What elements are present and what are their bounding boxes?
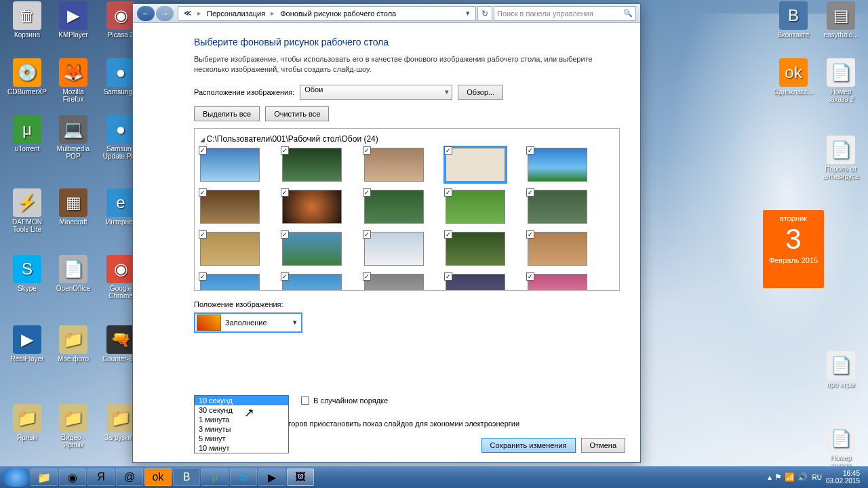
desktop-icon[interactable]: 📁Видео - Ярлык [53, 404, 94, 449]
desktop-icon[interactable]: SSkype [7, 255, 47, 292]
wallpaper-thumbnail[interactable]: ✓ [364, 190, 437, 224]
thumbnail-checkbox[interactable]: ✓ [281, 230, 289, 239]
desktop-icon[interactable]: 📄Пороль от антивируса [821, 136, 861, 180]
wallpaper-thumbnail[interactable]: ✓ [528, 148, 600, 182]
wallpaper-thumbnail[interactable]: ✓ [200, 148, 273, 182]
desktop-icon[interactable]: μuTorrent [7, 115, 47, 152]
thumbnail-checkbox[interactable]: ✓ [526, 188, 534, 197]
desktop-icon[interactable]: 🦊Mozilla Firefox [53, 58, 94, 103]
breadcrumb-overflow-icon[interactable]: ≪ [181, 9, 195, 18]
wallpaper-thumbnail[interactable]: ✓ [446, 148, 518, 182]
thumbnail-checkbox[interactable]: ✓ [363, 230, 371, 239]
tray-lang[interactable]: RU [812, 474, 821, 481]
thumbnail-checkbox[interactable]: ✓ [281, 188, 289, 197]
interval-option[interactable]: 5 минут [195, 434, 288, 443]
thumbnail-checkbox[interactable]: ✓ [199, 230, 207, 239]
thumbnail-checkbox[interactable]: ✓ [199, 146, 207, 155]
thumbnail-checkbox[interactable]: ✓ [281, 146, 289, 155]
breadcrumb-page[interactable]: Фоновый рисунок рабочего стола [277, 9, 399, 18]
interval-dropdown-list[interactable]: 10 секунд30 секунд1 минута3 минуты5 мину… [194, 395, 289, 453]
wallpaper-thumbnail[interactable]: ✓ [446, 232, 518, 266]
thumbnail-checkbox[interactable]: ✓ [444, 188, 452, 197]
desktop-icon[interactable]: 💿CDBurnerXP [7, 58, 47, 96]
location-combo[interactable]: Обои [300, 85, 452, 100]
tray-date[interactable]: 03.02.2015 [826, 477, 860, 485]
desktop-icon[interactable]: ▤easythalo... [821, 1, 861, 39]
task-skype[interactable]: S [230, 468, 257, 486]
task-explorer[interactable]: 📁 [31, 468, 58, 486]
wallpaper-thumbnail[interactable]: ✓ [364, 148, 437, 182]
select-all-button[interactable]: Выделить все [194, 106, 260, 121]
thumbnail-checkbox[interactable]: ✓ [444, 146, 452, 155]
thumbnail-checkbox[interactable]: ✓ [199, 188, 207, 197]
back-button[interactable]: ← [137, 6, 155, 21]
thumbnail-checkbox[interactable]: ✓ [526, 146, 534, 155]
desktop-icon[interactable]: 📁Ярлык [7, 404, 47, 441]
wallpaper-thumbnail[interactable]: ✓ [364, 232, 437, 266]
desktop-icon[interactable]: 💻Multimedia POP [53, 115, 94, 160]
thumbnail-checkbox[interactable]: ✓ [199, 272, 207, 281]
tray-show-hidden-icon[interactable]: ▴ [768, 472, 772, 482]
tray-network-icon[interactable]: 📶 [785, 472, 795, 482]
desktop-icon[interactable]: 📄про игры [821, 351, 861, 388]
refresh-button[interactable]: ↻ [477, 6, 492, 21]
wallpaper-gallery[interactable]: C:\Пользователи\001\Рабочий стол\Обои (2… [194, 128, 620, 291]
wallpaper-thumbnail[interactable]: ✓ [446, 274, 518, 291]
thumbnail-checkbox[interactable]: ✓ [526, 230, 534, 239]
desktop-icon[interactable]: BВконтакте [773, 1, 814, 39]
desktop-icon[interactable]: ▶RealPlayer [7, 325, 47, 363]
position-combo[interactable]: Заполнение [194, 312, 302, 333]
tray-time[interactable]: 16:45 [826, 470, 860, 477]
wallpaper-thumbnail[interactable]: ✓ [282, 148, 355, 182]
interval-option[interactable]: 10 минут [195, 443, 288, 453]
desktop-icon[interactable]: 🗑Корзина [7, 1, 47, 39]
task-odnoklassniki[interactable]: ok [144, 468, 172, 486]
interval-option[interactable]: 10 секунд [195, 396, 288, 405]
task-chrome[interactable]: ◉ [59, 468, 86, 486]
wallpaper-thumbnail[interactable]: ✓ [528, 232, 600, 266]
tray-flag-icon[interactable]: ⚑ [774, 472, 782, 482]
taskbar[interactable]: 📁 ◉ Я @ ok B μ S ▶ 🖼 ▴ ⚑ 📶 🔊 RU 16:45 03… [0, 466, 868, 488]
wallpaper-thumbnail[interactable]: ✓ [282, 190, 355, 224]
wallpaper-thumbnail[interactable]: ✓ [200, 190, 273, 224]
desktop-icon[interactable]: 📄Номер заказа [821, 424, 861, 469]
task-vk[interactable]: B [173, 468, 200, 486]
desktop-icon[interactable]: 📄Номер заказа 2 [821, 58, 861, 103]
clear-all-button[interactable]: Очистить все [265, 106, 329, 121]
start-button[interactable] [3, 468, 30, 487]
thumbnail-checkbox[interactable]: ✓ [363, 272, 371, 281]
thumbnail-checkbox[interactable]: ✓ [281, 272, 289, 281]
thumbnail-checkbox[interactable]: ✓ [444, 272, 452, 281]
breadcrumb-root[interactable]: Персонализация [204, 9, 268, 18]
thumbnail-checkbox[interactable]: ✓ [363, 188, 371, 197]
interval-option[interactable]: 3 минуты [195, 424, 288, 434]
breadcrumb-dropdown-icon[interactable]: ▾ [463, 9, 473, 18]
tray-icons[interactable]: ▴ ⚑ 📶 🔊 [768, 472, 808, 482]
wallpaper-thumbnail[interactable]: ✓ [200, 232, 273, 266]
cancel-button[interactable]: Отмена [581, 438, 625, 453]
thumbnail-checkbox[interactable]: ✓ [526, 272, 534, 281]
task-utorrent[interactable]: μ [201, 468, 229, 486]
task-mailru[interactable]: @ [116, 468, 143, 486]
wallpaper-thumbnail[interactable]: ✓ [446, 190, 518, 224]
wallpaper-thumbnail[interactable]: ✓ [528, 190, 600, 224]
wallpaper-thumbnail[interactable]: ✓ [282, 232, 355, 266]
breadcrumb[interactable]: ≪ ▸ Персонализация ▸ Фоновый рисунок раб… [178, 6, 476, 21]
interval-option[interactable]: 30 секунд [195, 405, 288, 415]
thumbnail-checkbox[interactable]: ✓ [444, 230, 452, 239]
task-personalization[interactable]: 🖼 [287, 468, 314, 486]
save-button[interactable]: Сохранить изменения [481, 438, 576, 453]
thumbnail-checkbox[interactable]: ✓ [363, 146, 371, 155]
wallpaper-thumbnail[interactable]: ✓ [364, 274, 437, 291]
task-yandex[interactable]: Я [87, 468, 115, 486]
desktop-icon[interactable]: ▦Minecraft [53, 188, 94, 226]
desktop-icon[interactable]: 📄OpenOffice [53, 255, 94, 292]
desktop-icon[interactable]: 📁Мое фото [53, 325, 94, 363]
tray-sound-icon[interactable]: 🔊 [797, 472, 808, 482]
search-input[interactable]: Поиск в панели управления 🔍 [494, 6, 636, 21]
forward-button[interactable]: → [156, 6, 174, 21]
desktop-icon[interactable]: okОднокласс... [773, 58, 814, 96]
wallpaper-thumbnail[interactable]: ✓ [282, 274, 355, 291]
task-wmplayer[interactable]: ▶ [258, 468, 285, 486]
wallpaper-thumbnail[interactable]: ✓ [528, 274, 600, 291]
